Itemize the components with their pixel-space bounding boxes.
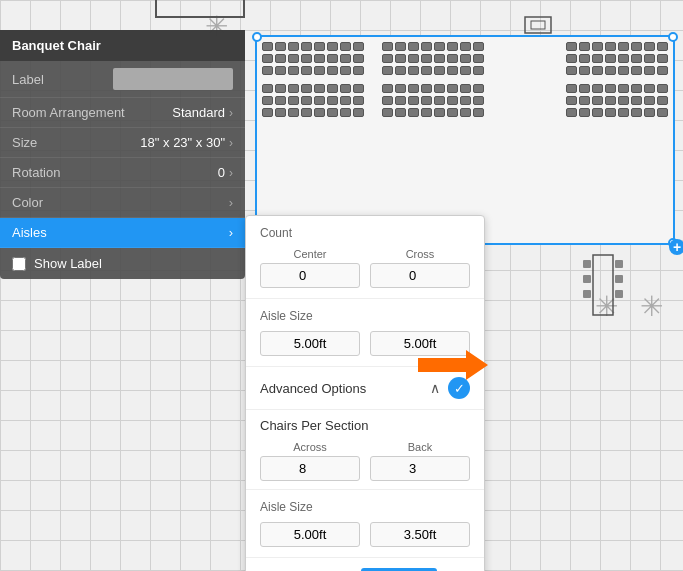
size-label: Size bbox=[12, 135, 37, 150]
label-field-label: Label bbox=[12, 72, 44, 87]
seating-area: + bbox=[255, 35, 675, 245]
popup-footer: Cancel or Apply bbox=[246, 558, 484, 571]
back-label: Back bbox=[370, 441, 470, 453]
svg-rect-2 bbox=[593, 255, 613, 315]
svg-rect-8 bbox=[615, 290, 623, 298]
show-label-text: Show Label bbox=[34, 256, 102, 271]
aisle-size-1-field bbox=[260, 331, 360, 356]
orange-arrow bbox=[418, 350, 488, 383]
aisle-size-section-2: Aisle Size bbox=[246, 490, 484, 558]
count-section: Count Center Cross bbox=[246, 216, 484, 299]
center-label: Center bbox=[260, 248, 360, 260]
rotation-label: Rotation bbox=[12, 165, 60, 180]
aisle-size-label: Aisle Size bbox=[260, 309, 470, 323]
svg-rect-0 bbox=[525, 17, 551, 33]
size-chevron: › bbox=[229, 136, 233, 150]
svg-rect-5 bbox=[583, 290, 591, 298]
plus-handle[interactable]: + bbox=[669, 239, 683, 255]
cross-field: Cross bbox=[370, 248, 470, 288]
across-field: Across bbox=[260, 441, 360, 481]
room-arrangement-label: Room Arrangement bbox=[12, 105, 125, 120]
svg-rect-6 bbox=[615, 260, 623, 268]
label-row: Label bbox=[0, 61, 245, 98]
center-field: Center bbox=[260, 248, 360, 288]
size-row[interactable]: Size 18" x 23" x 30" › bbox=[0, 128, 245, 158]
aisle-size-1-input[interactable] bbox=[260, 331, 360, 356]
svg-marker-9 bbox=[418, 350, 488, 380]
room-arrangement-row[interactable]: Room Arrangement Standard › bbox=[0, 98, 245, 128]
aisles-row[interactable]: Aisles › bbox=[0, 218, 245, 248]
show-label-row: Show Label bbox=[0, 248, 245, 279]
chairs-per-section: Chairs Per Section Across Back bbox=[246, 410, 484, 490]
svg-rect-7 bbox=[615, 275, 623, 283]
color-label: Color bbox=[12, 195, 43, 210]
left-panel: Banquet Chair Label Room Arrangement Sta… bbox=[0, 30, 245, 279]
popup-panel: Count Center Cross Aisle Size Advanced O… bbox=[245, 215, 485, 571]
back-input[interactable] bbox=[370, 456, 470, 481]
label-input[interactable] bbox=[113, 68, 233, 90]
count-section-title: Count bbox=[260, 226, 470, 240]
svg-rect-1 bbox=[531, 21, 545, 29]
aisles-chevron: › bbox=[229, 225, 233, 240]
svg-rect-3 bbox=[583, 260, 591, 268]
aisle-size-4-field bbox=[370, 522, 470, 547]
count-row: Center Cross bbox=[260, 248, 470, 288]
color-row[interactable]: Color › bbox=[0, 188, 245, 218]
aisle-size-3-input[interactable] bbox=[260, 522, 360, 547]
rotation-chevron: › bbox=[229, 166, 233, 180]
color-chevron: › bbox=[229, 195, 233, 210]
back-field: Back bbox=[370, 441, 470, 481]
svg-rect-4 bbox=[583, 275, 591, 283]
size-value: 18" x 23" x 30" › bbox=[140, 135, 233, 150]
across-input[interactable] bbox=[260, 456, 360, 481]
right-side-elements bbox=[578, 245, 628, 328]
advanced-options-label: Advanced Options bbox=[260, 381, 422, 396]
room-arrangement-value: Standard › bbox=[172, 105, 233, 120]
aisles-label: Aisles bbox=[12, 225, 47, 240]
corner-handle-tr[interactable] bbox=[668, 32, 678, 42]
panel-title: Banquet Chair bbox=[0, 30, 245, 61]
show-label-checkbox[interactable] bbox=[12, 257, 26, 271]
snowflake-icon-3: ✳ bbox=[640, 290, 663, 323]
rotation-row[interactable]: Rotation 0 › bbox=[0, 158, 245, 188]
aisle-size-row-2 bbox=[260, 522, 470, 547]
aisle-size-label-2: Aisle Size bbox=[260, 500, 470, 514]
aisle-size-3-field bbox=[260, 522, 360, 547]
aisle-size-4-input[interactable] bbox=[370, 522, 470, 547]
center-input[interactable] bbox=[260, 263, 360, 288]
top-border-shape bbox=[155, 0, 245, 18]
across-label: Across bbox=[260, 441, 360, 453]
rotation-value: 0 › bbox=[218, 165, 233, 180]
cps-title: Chairs Per Section bbox=[260, 418, 470, 433]
cross-input[interactable] bbox=[370, 263, 470, 288]
corner-handle-tl[interactable] bbox=[252, 32, 262, 42]
cps-row: Across Back bbox=[260, 441, 470, 481]
room-arrangement-chevron: › bbox=[229, 106, 233, 120]
cross-label: Cross bbox=[370, 248, 470, 260]
